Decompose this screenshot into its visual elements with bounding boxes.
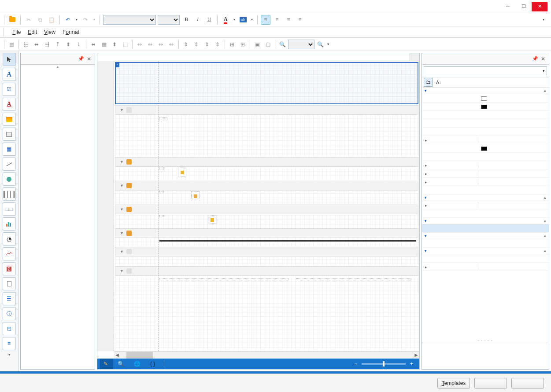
tab-htmlview[interactable]: 🌐 [130, 359, 146, 369]
highlight-icon[interactable]: ab [238, 15, 248, 25]
footer-page[interactable] [296, 278, 411, 280]
batch-label[interactable] [159, 168, 164, 169]
richtext-tool-icon[interactable]: A [3, 98, 16, 111]
hspace-eq-icon[interactable]: ⇔ [135, 40, 144, 49]
font-size-select[interactable] [158, 15, 180, 25]
underline-icon[interactable]: U [204, 15, 214, 25]
size-width-icon[interactable]: ⬌ [89, 40, 98, 49]
pageinfo-tool-icon[interactable]: ⓘ [3, 307, 16, 320]
tab-designer[interactable]: ✎ [100, 359, 113, 369]
zipcode-tool-icon[interactable]: ⬚⬚ [3, 202, 16, 216]
vspace-rem-icon[interactable]: ⇕ [213, 40, 222, 49]
font-color-dropdown-icon[interactable]: ▾ [232, 15, 237, 25]
pin-icon[interactable]: 📌 [78, 56, 84, 62]
batch-field[interactable] [178, 168, 186, 176]
zoom-dropdown-icon[interactable]: ▾ [326, 40, 330, 49]
units-label[interactable] [159, 215, 164, 217]
band-expand-icon[interactable]: › [115, 62, 119, 67]
gauge-tool-icon[interactable]: ◔ [3, 232, 16, 245]
label-tool-icon[interactable]: A [3, 68, 16, 81]
align-bottom-icon[interactable]: ⤓ [74, 40, 84, 49]
menu-file[interactable]: File [12, 29, 21, 35]
close-button[interactable]: ✕ [532, 2, 547, 11]
grid-icon[interactable]: ▦ [7, 40, 16, 49]
pivot-tool-icon[interactable]: Σ [3, 262, 16, 275]
shape-tool-icon[interactable] [3, 172, 16, 186]
sparkline-tool-icon[interactable] [3, 247, 16, 260]
align-center-icon[interactable]: ≡ [272, 15, 282, 25]
line-tool-icon[interactable] [3, 158, 16, 171]
copy-icon[interactable]: ⧉ [35, 15, 45, 25]
operation-label[interactable] [159, 191, 164, 193]
align-left2-icon[interactable]: ⬱ [21, 40, 31, 49]
vspace-inc-icon[interactable]: ⇕ [192, 40, 201, 49]
align-right-icon[interactable]: ≡ [284, 15, 293, 25]
overflow-icon[interactable]: ▾ [539, 15, 548, 25]
align-justify-icon[interactable]: ≡ [295, 15, 305, 25]
toc-tool-icon[interactable]: ☰ [3, 292, 16, 305]
open-icon[interactable] [7, 15, 17, 25]
crossline-tool-icon[interactable]: ≡ [3, 337, 16, 350]
footer-date[interactable] [159, 278, 289, 280]
bold-icon[interactable]: B [181, 15, 191, 25]
pointer-tool-icon[interactable] [3, 53, 16, 66]
subreport-tool-icon[interactable] [3, 277, 16, 290]
menu-view[interactable]: View [44, 29, 55, 35]
alphabetical-icon[interactable]: A↓ [434, 78, 443, 87]
chart-tool-icon[interactable] [3, 217, 16, 231]
table-tool-icon[interactable]: ▦ [3, 143, 16, 156]
size-height-icon[interactable]: ⬍ [110, 40, 119, 49]
align-left-icon[interactable]: ≡ [261, 15, 270, 25]
design-canvas[interactable]: › ▼ ▼ ▼ ▼ [97, 61, 419, 351]
undo-dropdown-icon[interactable]: ▾ [74, 15, 79, 25]
propgrid-pin-icon[interactable]: 📌 [532, 56, 538, 62]
propgrid-close-icon[interactable]: ✕ [541, 56, 545, 62]
paste-icon[interactable]: 📋 [47, 15, 56, 25]
zoom-in-icon[interactable]: 🔍 [315, 40, 325, 49]
pagebreak-tool-icon[interactable]: ⊟ [3, 322, 16, 335]
cut-icon[interactable]: ✂ [24, 15, 33, 25]
barcode-tool-icon[interactable]: ║││║ [3, 187, 16, 201]
highlight-dropdown-icon[interactable]: ▾ [250, 15, 254, 25]
hspace-rem-icon[interactable]: ⇔ [166, 40, 176, 49]
hspace-dec-icon[interactable]: ⇔ [156, 40, 166, 49]
zoom-slider[interactable] [362, 363, 406, 365]
align-right2-icon[interactable]: ⇶ [42, 40, 52, 49]
hspace-inc-icon[interactable]: ⇔ [145, 40, 155, 49]
tab-preview[interactable]: 🔍 [114, 359, 129, 369]
checkbox-tool-icon[interactable]: ☑ [3, 83, 16, 96]
vspace-dec-icon[interactable]: ⇕ [202, 40, 212, 49]
undo-icon[interactable]: ↶ [63, 15, 73, 25]
redo-dropdown-icon[interactable]: ▾ [92, 15, 96, 25]
categorized-icon[interactable]: 🗂 [424, 78, 433, 87]
vspace-eq-icon[interactable]: ⇕ [181, 40, 191, 49]
toolbox-close-icon[interactable]: ✕ [87, 56, 91, 62]
propgrid-object-select[interactable]: ▾ [424, 66, 547, 75]
units-field[interactable] [208, 215, 216, 224]
group-header-1[interactable]: ▼ [115, 157, 418, 167]
picture-tool-icon[interactable] [3, 113, 16, 126]
center-v-icon[interactable]: ⊞ [238, 40, 248, 49]
center-h-icon[interactable]: ⊞ [227, 40, 237, 49]
minimize-button[interactable]: ─ [500, 2, 516, 11]
templates-button[interactable]: Templates [437, 378, 470, 388]
maximize-button[interactable]: ☐ [516, 2, 532, 11]
font-color-icon[interactable]: A [221, 15, 230, 25]
propgrid-row-tag[interactable] [422, 224, 549, 233]
align-top-icon[interactable]: ⤒ [53, 40, 63, 49]
size-grid-icon[interactable]: ▦ [99, 40, 109, 49]
size-both-icon[interactable]: ⬚ [120, 40, 130, 49]
page-footer-band[interactable]: ▼ [115, 266, 418, 276]
send-back-icon[interactable]: ▢ [263, 40, 273, 49]
report-title-label[interactable] [159, 117, 167, 120]
horizontal-scrollbar[interactable]: ◄► [114, 351, 419, 359]
zoom-plus-icon[interactable]: + [407, 359, 417, 369]
italic-icon[interactable]: I [193, 15, 203, 25]
zoom-select[interactable] [288, 40, 314, 49]
zoom-out-icon[interactable]: 🔍 [277, 40, 287, 49]
align-v-center-icon[interactable]: ⬌ [32, 40, 41, 49]
redo-icon[interactable]: ↷ [81, 15, 90, 25]
panel-tool-icon[interactable] [3, 128, 16, 141]
zoom-minus-icon[interactable]: − [351, 359, 361, 369]
operation-field[interactable] [191, 191, 200, 200]
